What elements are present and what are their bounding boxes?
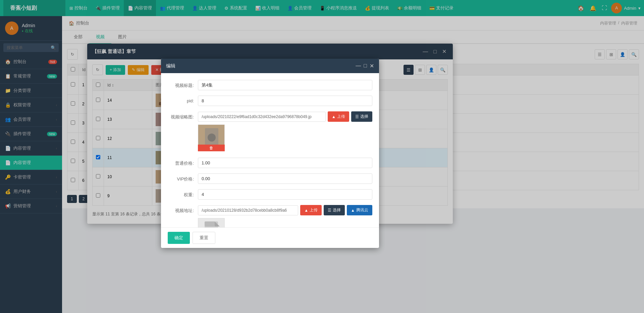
pid-value (198, 96, 372, 106)
form-row-video-url: 视频地址: ▲ 上传 ☰ 选择 ▲ 腾讯云 (168, 205, 372, 227)
edit-modal-controls: — □ ✕ (356, 63, 374, 69)
weight-input[interactable] (198, 189, 372, 200)
close-icon[interactable]: ✕ (370, 63, 374, 69)
video-upload-button[interactable]: ▲ 上传 (300, 205, 322, 215)
edit-modal-header: 编辑 — □ ✕ (161, 59, 379, 73)
thumbnail-path-input[interactable] (198, 112, 326, 122)
upload-icon: ▲ (332, 114, 336, 119)
thumbnail-value: ▲ 上传 ☰ 选择 (198, 111, 372, 152)
video-url-input[interactable] (198, 205, 298, 215)
form-row-vip-price: VIP价格: (168, 173, 372, 184)
weight-label: 权重: (168, 189, 198, 198)
thumbnail-label: 视频缩略图: (168, 111, 198, 120)
thumbnail-upload-button[interactable]: ▲ 上传 (328, 111, 349, 122)
thumbnail-preview-container: 🗑 (198, 124, 225, 151)
thumbnail-file-row: ▲ 上传 ☰ 选择 (198, 111, 372, 122)
reset-button[interactable]: 重置 (193, 232, 215, 244)
form-row-pid: pid: (168, 96, 372, 106)
video-url-file-row: ▲ 上传 ☰ 选择 ▲ 腾讯云 (198, 205, 372, 215)
vip-price-value (198, 173, 372, 184)
video-title-label: 视频标题: (168, 80, 198, 89)
video-preview (198, 218, 225, 227)
maximize-icon[interactable]: □ (364, 63, 367, 69)
price-label: 普通价格: (168, 158, 198, 166)
vip-price-label: VIP价格: (168, 173, 198, 182)
edit-modal-body: 视频标题: pid: 视频缩略图: ▲ 上传 (161, 73, 379, 227)
video-select-button[interactable]: ☰ 选择 (324, 205, 345, 215)
edit-modal-footer: 确定 重置 (161, 227, 379, 248)
thumbnail-select-button[interactable]: ☰ 选择 (351, 111, 372, 122)
pid-label: pid: (168, 96, 198, 103)
price-value (198, 158, 372, 168)
svg-point-6 (208, 134, 216, 142)
svg-rect-8 (205, 221, 215, 226)
select-icon: ☰ (328, 208, 331, 213)
form-row-video-title: 视频标题: (168, 80, 372, 90)
select-icon: ☰ (355, 114, 359, 119)
video-title-value (198, 80, 372, 90)
pid-input[interactable] (198, 96, 372, 106)
form-row-price: 普通价格: (168, 158, 372, 168)
video-url-label: 视频地址: (168, 205, 198, 214)
thumbnail-delete-button[interactable]: 🗑 (198, 145, 225, 151)
price-input[interactable] (198, 158, 372, 168)
form-row-thumbnail: 视频缩略图: ▲ 上传 ☰ 选择 (168, 111, 372, 152)
vip-price-input[interactable] (198, 173, 372, 184)
tencent-cloud-button[interactable]: ▲ 腾讯云 (347, 205, 372, 215)
confirm-button[interactable]: 确定 (168, 232, 190, 244)
video-url-value: ▲ 上传 ☰ 选择 ▲ 腾讯云 (198, 205, 372, 227)
video-title-input[interactable] (198, 80, 372, 90)
upload-icon: ▲ (304, 208, 308, 213)
edit-modal: 编辑 — □ ✕ 视频标题: pid: 视频缩略图: (161, 59, 379, 248)
tencent-icon: ▲ (351, 208, 355, 213)
edit-modal-title: 编辑 (166, 63, 175, 69)
minimize-icon[interactable]: — (356, 63, 361, 69)
weight-value (198, 189, 372, 200)
form-row-weight: 权重: (168, 189, 372, 200)
